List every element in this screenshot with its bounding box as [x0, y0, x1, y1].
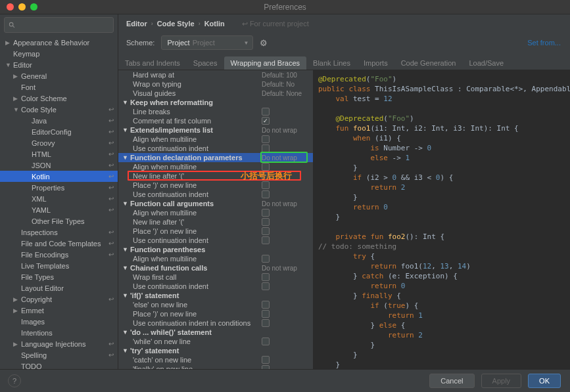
sidebar-item-copyright[interactable]: ▶Copyright↩ — [0, 294, 118, 305]
option-value[interactable]: Default: None — [262, 90, 309, 97]
option-checkbox[interactable] — [262, 338, 309, 345]
option-checkbox[interactable] — [262, 255, 309, 263]
option-row[interactable]: ▼'try' statement — [118, 346, 313, 355]
option-value[interactable]: Do not wrap — [262, 127, 309, 134]
scheme-select[interactable]: Project Project ▼ — [161, 35, 253, 50]
option-row[interactable]: ▼'if()' statement — [118, 291, 313, 300]
option-row[interactable]: Line breaks — [118, 107, 313, 116]
cancel-button[interactable]: Cancel — [429, 374, 474, 388]
option-value[interactable]: Default: No — [262, 81, 309, 88]
option-row[interactable]: ▼Function declaration parametersDo not w… — [118, 153, 313, 162]
sidebar-item-xml[interactable]: XML↩ — [0, 193, 118, 204]
option-checkbox[interactable] — [262, 273, 309, 281]
option-row[interactable]: ▼Function call argumentsDo not wrap — [118, 199, 313, 208]
option-checkbox[interactable] — [262, 319, 309, 327]
tab-load-save[interactable]: Load/Save — [462, 56, 510, 70]
sidebar-item-groovy[interactable]: Groovy↩ — [0, 137, 118, 148]
sidebar-item-intentions[interactable]: Intentions — [0, 327, 118, 338]
gear-icon[interactable]: ⚙ — [260, 38, 268, 48]
option-row[interactable]: Use continuation indent — [118, 282, 313, 291]
option-checkbox[interactable] — [262, 117, 309, 125]
option-checkbox[interactable] — [262, 282, 309, 290]
option-row[interactable]: Comment at first column — [118, 116, 313, 125]
option-row[interactable]: ▼Keep when reformatting — [118, 98, 313, 107]
option-checkbox[interactable] — [262, 310, 309, 318]
tab-imports[interactable]: Imports — [357, 56, 394, 70]
option-row[interactable]: Wrap first call — [118, 272, 313, 282]
breadcrumb-item[interactable]: Editor — [126, 20, 147, 28]
sidebar-item-color-scheme[interactable]: ▶Color Scheme — [0, 93, 118, 104]
sidebar-item-inspections[interactable]: Inspections↩ — [0, 227, 118, 238]
tab-wrapping-and-braces[interactable]: Wrapping and Braces — [224, 56, 307, 70]
option-row[interactable]: ▼Extends/implements listDo not wrap — [118, 125, 313, 135]
option-row[interactable]: Align when multiline — [118, 162, 313, 171]
option-checkbox[interactable] — [262, 209, 309, 217]
option-row[interactable]: 'catch' on new line — [118, 355, 313, 364]
option-checkbox[interactable] — [262, 108, 309, 116]
option-row[interactable]: Place ')' on new line — [118, 227, 313, 236]
option-checkbox[interactable] — [262, 144, 309, 152]
option-checkbox[interactable] — [262, 301, 309, 309]
option-row[interactable]: Align when multiline — [118, 135, 313, 144]
sidebar-item-yaml[interactable]: YAML↩ — [0, 204, 118, 215]
sidebar-item-images[interactable]: Images — [0, 316, 118, 327]
option-row[interactable]: Align when multiline — [118, 254, 313, 263]
sidebar-item-todo[interactable]: TODO — [0, 360, 118, 369]
option-checkbox[interactable] — [262, 181, 309, 189]
option-checkbox[interactable] — [262, 236, 309, 244]
sidebar-item-java[interactable]: Java↩ — [0, 115, 118, 126]
sidebar-item-editor[interactable]: ▼Editor — [0, 59, 118, 70]
sidebar-item-file-encodings[interactable]: File Encodings↩ — [0, 249, 118, 260]
sidebar-item-language-injections[interactable]: ▶Language Injections↩ — [0, 338, 118, 349]
sidebar-item-font[interactable]: Font — [0, 81, 118, 93]
sidebar-item-keymap[interactable]: Keymap — [0, 48, 118, 59]
option-checkbox[interactable] — [262, 172, 309, 180]
sidebar-item-live-templates[interactable]: Live Templates — [0, 260, 118, 271]
sidebar-item-general[interactable]: ▶General — [0, 70, 118, 81]
sidebar-item-emmet[interactable]: ▶Emmet — [0, 305, 118, 316]
ok-button[interactable]: OK — [528, 374, 561, 388]
breadcrumb-item[interactable]: Code Style — [157, 20, 195, 28]
option-checkbox[interactable] — [262, 356, 309, 364]
tab-code-generation[interactable]: Code Generation — [394, 56, 463, 70]
sidebar-item-layout-editor[interactable]: Layout Editor — [0, 282, 118, 294]
sidebar-item-code-style[interactable]: ▼Code Style↩ — [0, 104, 118, 115]
option-checkbox[interactable] — [262, 135, 309, 143]
option-value[interactable]: Do not wrap — [262, 154, 309, 162]
option-row[interactable]: 'while' on new line — [118, 337, 313, 346]
option-row[interactable]: 'finally' on new line — [118, 364, 313, 369]
sidebar-item-properties[interactable]: Properties↩ — [0, 182, 118, 193]
option-checkbox[interactable] — [262, 163, 309, 171]
set-from-link[interactable]: Set from... — [527, 39, 561, 47]
option-checkbox[interactable] — [262, 190, 309, 198]
sidebar-item-appearance-behavior[interactable]: ▶Appearance & Behavior — [0, 37, 118, 48]
sidebar-item-other-file-types[interactable]: Other File Types — [0, 215, 118, 227]
option-row[interactable]: Place ')' on new line — [118, 309, 313, 318]
sidebar-item-file-and-code-templates[interactable]: File and Code Templates↩ — [0, 238, 118, 249]
option-value[interactable]: Do not wrap — [262, 200, 309, 207]
tab-tabs-and-indents[interactable]: Tabs and Indents — [118, 56, 187, 70]
help-button[interactable]: ? — [8, 374, 21, 387]
sidebar-item-editorconfig[interactable]: EditorConfig↩ — [0, 126, 118, 137]
option-row[interactable]: 'else' on new line — [118, 300, 313, 309]
option-value[interactable]: Default: 100 — [262, 72, 309, 79]
option-row[interactable]: New line after '(' — [118, 217, 313, 227]
sidebar-item-json[interactable]: JSON↩ — [0, 160, 118, 171]
option-row[interactable]: Use continuation indent — [118, 144, 313, 153]
zoom-window[interactable] — [30, 3, 37, 11]
option-row[interactable]: ▼'do ... while()' statement — [118, 328, 313, 337]
search-input[interactable] — [4, 17, 114, 33]
close-window[interactable] — [7, 3, 14, 11]
option-checkbox[interactable] — [262, 227, 309, 235]
tab-spaces[interactable]: Spaces — [187, 56, 224, 70]
option-row[interactable]: Place ')' on new line — [118, 181, 313, 190]
tab-blank-lines[interactable]: Blank Lines — [306, 56, 357, 70]
minimize-window[interactable] — [18, 3, 26, 11]
option-row[interactable]: New line after '(' — [118, 171, 313, 181]
sidebar-item-kotlin[interactable]: Kotlin↩ — [0, 171, 118, 182]
option-checkbox[interactable] — [262, 218, 309, 226]
option-row[interactable]: ▼Chained function callsDo not wrap — [118, 263, 313, 272]
option-row[interactable]: Use continuation indent — [118, 190, 313, 199]
option-row[interactable]: ▼Function parentheses — [118, 245, 313, 254]
option-row[interactable]: Use continuation indent — [118, 236, 313, 245]
